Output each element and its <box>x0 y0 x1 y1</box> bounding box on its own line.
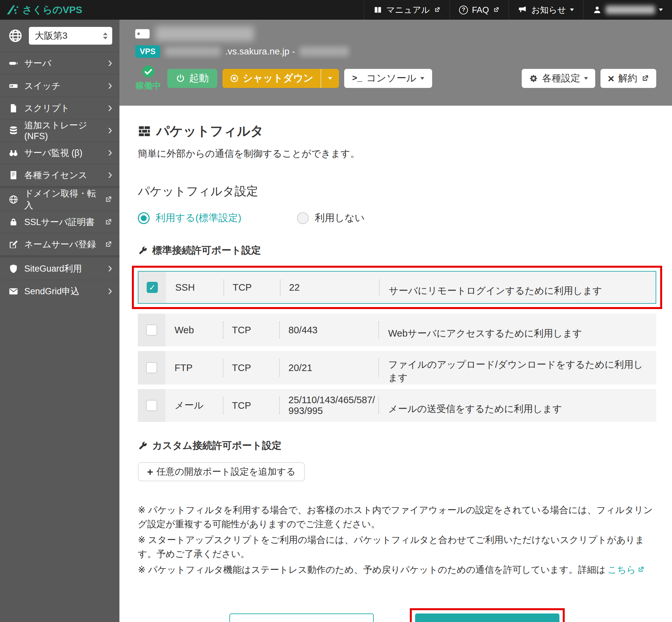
port-description: ファイルのアップロード/ダウンロードをするために利用します <box>379 358 656 384</box>
external-link-icon <box>104 196 112 203</box>
port-description: Webサーバにアクセスするために利用します <box>379 321 656 346</box>
sidebar-item-label: サーバ <box>24 58 51 69</box>
switch-icon <box>8 81 19 91</box>
server-card-icon <box>135 29 149 39</box>
checkbox-cell <box>138 314 165 346</box>
chevron-right-icon: › <box>108 168 112 181</box>
sidebar-item-label: スイッチ <box>24 80 61 92</box>
sidebar-item-label: スクリプト <box>24 102 70 114</box>
note-startup-script: ※ スタートアップスクリプトをご利用の場合には、パケットフィルタと合わせてご利用… <box>138 533 656 561</box>
wrench-icon <box>138 441 148 451</box>
caret-down-icon <box>570 8 574 11</box>
radio-use-standard[interactable]: 利用する(標準設定) <box>138 211 241 225</box>
sidebar-item-label: ドメイン取得・転入 <box>24 188 98 211</box>
port-protocol: TCP <box>224 351 279 384</box>
account-menu[interactable] <box>583 0 672 20</box>
shutdown-button[interactable]: シャットダウン <box>223 69 321 88</box>
manual-link[interactable]: マニュアル <box>364 0 449 20</box>
megaphone-icon <box>518 5 527 14</box>
sidebar-group-services: SiteGuard利用 › SendGrid申込 › <box>0 255 120 302</box>
port-name: Web <box>165 314 223 346</box>
script-icon <box>8 103 19 113</box>
settings-menu-button[interactable]: 各種設定 <box>522 69 595 88</box>
chevron-right-icon: › <box>108 145 112 159</box>
note-stateless: ※ パケットフィルタ機能はステートレス動作のため、予め戻りパケットのための通信を… <box>138 563 656 577</box>
port-name: FTP <box>165 351 223 384</box>
sidebar-item-domain[interactable]: ドメイン取得・転入 <box>0 188 120 211</box>
account-name-redacted <box>606 6 655 14</box>
sidebar-item-label: サーバ監視 (β) <box>24 147 82 159</box>
chevron-right-icon: › <box>108 56 112 69</box>
news-menu[interactable]: お知らせ <box>509 0 583 20</box>
checkbox-cell <box>138 389 165 422</box>
external-link-icon <box>104 218 112 226</box>
port-row-ftp: FTP TCP 20/21 ファイルのアップロード/ダウンロードをするために利用… <box>138 351 656 384</box>
add-port-button[interactable]: + 任意の開放ポート設定を追加する <box>138 462 305 481</box>
form-actions: キャンセル 設定 <box>138 608 656 622</box>
annotation-rectangle: 設定 <box>410 608 565 622</box>
gear-icon <box>529 74 538 83</box>
sidebar-item-label: SendGrid申込 <box>24 285 79 297</box>
chevron-right-icon: › <box>108 261 112 274</box>
filter-radio-group: 利用する(標準設定) 利用しない <box>138 211 656 225</box>
envelope-icon <box>8 286 19 296</box>
chevron-right-icon: › <box>108 101 112 114</box>
monitoring-icon <box>8 148 19 158</box>
port-description: サーバにリモートログインするために利用します <box>380 279 656 303</box>
port-protocol: TCP <box>224 272 280 303</box>
sidebar-item-switch[interactable]: スイッチ › <box>0 74 120 97</box>
region-select[interactable]: 大阪第3 <box>29 27 112 45</box>
annotation-rectangle: ✓ SSH TCP 22 サーバにリモートログインするために利用します <box>132 266 662 309</box>
faq-link[interactable]: ? FAQ <box>449 0 509 20</box>
hostname-suffix: .vs.sakura.ne.jp - <box>225 46 295 57</box>
top-bar: さくらのVPS マニュアル ? FAQ <box>0 0 672 20</box>
sidebar-item-nameserver[interactable]: ネームサーバ登録 <box>0 233 120 255</box>
faq-label: FAQ <box>472 5 489 15</box>
port-table: ✓ SSH TCP 22 サーバにリモートログインするために利用します Web <box>138 266 656 422</box>
start-button[interactable]: 起動 <box>167 69 217 88</box>
hostname-prefix-redacted <box>165 46 221 57</box>
shield-icon <box>8 264 19 274</box>
sidebar-item-label: ネームサーバ登録 <box>24 239 96 250</box>
sakura-vps-logo[interactable]: さくらのVPS <box>0 3 82 17</box>
ssh-checkbox[interactable]: ✓ <box>147 282 158 293</box>
cancel-button[interactable]: キャンセル <box>229 614 374 622</box>
external-link-icon <box>637 566 644 573</box>
mail-checkbox[interactable] <box>146 400 157 411</box>
cancel-contract-button[interactable]: × 解約 <box>601 69 656 88</box>
radio-not-use[interactable]: 利用しない <box>297 211 365 225</box>
sidebar-item-script[interactable]: スクリプト › <box>0 97 120 119</box>
sidebar-item-monitoring[interactable]: サーバ監視 (β) › <box>0 141 120 164</box>
external-link-icon <box>493 6 499 13</box>
status-label: 稼働中 <box>135 80 162 92</box>
checkbox-cell <box>138 351 165 384</box>
external-link-icon <box>104 240 112 248</box>
server-host-row: VPS .vs.sakura.ne.jp - <box>135 45 656 58</box>
shutdown-dropdown-toggle[interactable] <box>321 69 339 88</box>
globe-icon <box>8 195 19 204</box>
details-link[interactable]: こちら <box>608 563 644 577</box>
sidebar-item-siteguard[interactable]: SiteGuard利用 › <box>0 257 120 280</box>
sidebar-item-server[interactable]: サーバ › <box>0 52 120 74</box>
web-checkbox[interactable] <box>146 324 157 336</box>
sidebar-item-storage[interactable]: 追加ストレージ(NFS) › <box>0 119 120 141</box>
notes: ※ パケットフィルタを利用する場合で、お客様のホスト内でファイアウォールの設定を… <box>138 503 656 577</box>
stop-circle-icon <box>230 74 239 83</box>
sidebar-item-licenses[interactable]: 各種ライセンス › <box>0 164 120 186</box>
sidebar-item-ssl[interactable]: SSLサーバ証明書 <box>0 211 120 233</box>
chevron-right-icon: › <box>108 78 112 92</box>
port-name: SSH <box>166 272 224 303</box>
radio-selected-icon <box>138 212 149 224</box>
port-row-ssh: ✓ SSH TCP 22 サーバにリモートログインするために利用します <box>138 271 656 304</box>
brick-wall-icon <box>138 125 151 138</box>
submit-button[interactable]: 設定 <box>415 614 560 622</box>
region-selector-row: 大阪第3 <box>0 20 120 52</box>
power-icon <box>176 74 185 83</box>
ftp-checkbox[interactable] <box>146 362 157 373</box>
port-row-mail: メール TCP 25/110/143/465/587/993/995 メールの送… <box>138 389 656 422</box>
console-button[interactable]: >_ コンソール <box>344 69 432 88</box>
custom-ports-heading: カスタム接続許可ポート設定 <box>138 439 656 452</box>
radio-unselected-icon <box>297 212 309 224</box>
sidebar-item-sendgrid[interactable]: SendGrid申込 › <box>0 280 120 302</box>
server-header: VPS .vs.sakura.ne.jp - 稼働中 起動 <box>120 20 672 106</box>
